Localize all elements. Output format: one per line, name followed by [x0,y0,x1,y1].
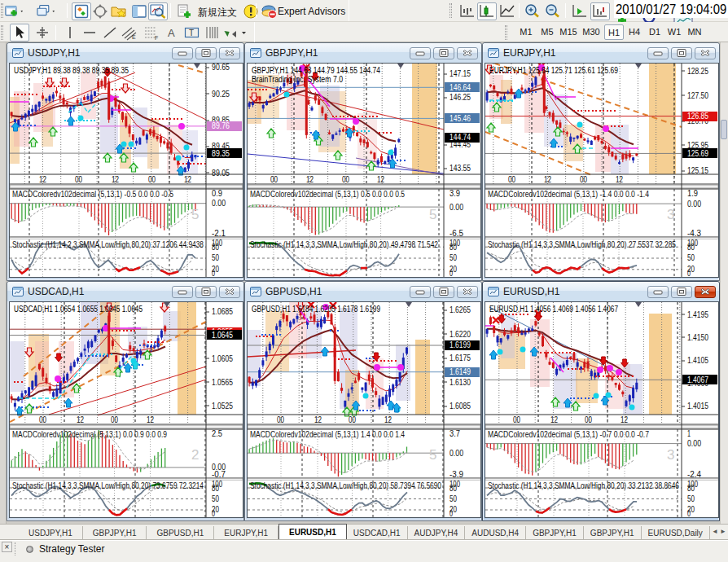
svg-text:-4.3: -4.3 [687,229,701,238]
svg-text:MACDColoredv102decimal (5,13,1: MACDColoredv102decimal (5,13,1) -0.7 0.0… [488,430,649,439]
svg-text:1.4195: 1.4195 [687,310,708,319]
svg-text:50: 50 [212,494,219,503]
svg-text:3.7: 3.7 [450,429,460,438]
svg-text:GBPJPY,H1 144.63 144.79 144.5: GBPJPY,H1 144.63 144.79 144.55 144.74 [252,66,380,75]
svg-text:12: 12 [616,175,623,184]
svg-text:3: 3 [667,447,674,463]
svg-text:2.5: 2.5 [212,429,222,438]
svg-text:1: 1 [687,429,691,438]
svg-text:Stochastic (H1,14,3,3,SMMA,Low: Stochastic (H1,14,3,3,SMMA,Low/High,80,2… [488,240,676,249]
svg-text:1.6265: 1.6265 [450,305,471,314]
svg-text:50: 50 [450,253,457,262]
svg-text:90.65: 90.65 [212,64,230,72]
svg-text:90.25: 90.25 [212,90,230,99]
svg-text:80: 80 [212,243,219,252]
svg-text:USDJPY,H1 89.38 89.38 89.35 8: USDJPY,H1 89.38 89.38 89.35 89.35 [14,66,129,75]
svg-text:00: 00 [148,175,156,184]
svg-text:1.6130: 1.6130 [450,378,471,387]
svg-text:0.9: 0.9 [212,189,222,198]
svg-text:89.05: 89.05 [212,169,230,178]
svg-text:80: 80 [450,484,457,493]
svg-text:89.35: 89.35 [212,149,230,158]
svg-text:12: 12 [314,415,322,424]
svg-text:80: 80 [687,484,695,493]
svg-text:00: 00 [39,415,46,424]
svg-text:1.4150: 1.4150 [687,333,708,342]
svg-text:0: 0 [212,509,215,517]
svg-text:F: F [155,35,158,41]
svg-text:MACDColoredv102decimal (5,13,1: MACDColoredv102decimal (5,13,1) 1.4 0.0 … [250,430,405,439]
svg-text:126.85: 126.85 [687,112,708,121]
svg-text:A: A [168,27,175,39]
svg-text:0.00: 0.00 [687,200,701,209]
svg-text:1.0645: 1.0645 [212,331,233,340]
svg-text:00: 00 [270,175,278,184]
svg-text:MACDColoredv102decimal (5,13,1: MACDColoredv102decimal (5,13,1) -0.5 0.0… [12,190,173,199]
svg-text:1.0605: 1.0605 [212,354,233,363]
svg-text:1.6175: 1.6175 [450,353,471,362]
svg-text:0: 0 [687,269,691,277]
svg-text:00: 00 [111,415,118,424]
svg-text:0: 0 [450,269,453,277]
svg-text:12: 12 [544,175,551,184]
svg-text:00: 00 [580,175,587,184]
svg-text:00: 00 [342,175,349,184]
svg-text:1.0685: 1.0685 [212,307,233,316]
svg-text:80: 80 [450,243,457,252]
svg-text:80: 80 [212,484,219,493]
svg-text:146.64: 146.64 [450,83,471,92]
svg-text:12: 12 [377,175,384,184]
svg-text:3: 3 [667,207,674,222]
svg-text:1.0525: 1.0525 [212,402,233,411]
svg-text:MACDColoredv102decimal (5,13,1: MACDColoredv102decimal (5,13,1) -1.4 0.0… [488,190,649,199]
svg-text:1.4015: 1.4015 [687,402,708,411]
svg-text:50: 50 [687,253,695,262]
svg-text:12: 12 [621,415,628,424]
svg-text:1.6220: 1.6220 [450,330,471,339]
svg-text:00: 00 [585,415,592,424]
svg-text:EURUSD,H1 1.4056 1.4069 1.405: EURUSD,H1 1.4056 1.4069 1.4056 1.4067 [489,305,618,314]
svg-text:-6.5: -6.5 [450,229,463,238]
svg-text:0.00: 0.00 [450,449,463,458]
svg-text:12: 12 [112,175,119,184]
svg-text:12: 12 [147,415,154,424]
svg-text:00: 00 [508,175,515,184]
svg-text:1.6149: 1.6149 [450,367,471,376]
svg-text:1.6085: 1.6085 [450,402,471,411]
svg-text:MACDColoredv102decimal (5,13,1: MACDColoredv102decimal (5,13,1) 0.0 0.9 … [12,430,167,439]
svg-text:12: 12 [384,415,392,424]
svg-text:T: T [189,29,194,37]
svg-text:Stochastic (H1,14,3,3,SMMA,Low: Stochastic (H1,14,3,3,SMMA,Low/High,80,2… [12,481,204,490]
svg-text:Stochastic (H1,14,3,3,SMMA,Low: Stochastic (H1,14,3,3,SMMA,Low/High,80,2… [250,481,441,490]
svg-text:12: 12 [39,175,46,184]
svg-text:12: 12 [306,175,314,184]
svg-text:146.25: 146.25 [450,93,471,102]
svg-text:00: 00 [75,175,82,184]
svg-text:-2.4: -2.4 [687,470,701,479]
svg-text:00: 00 [349,415,356,424]
svg-text:2: 2 [191,447,199,463]
svg-text:12: 12 [184,175,191,184]
svg-text:0.00: 0.00 [212,199,226,208]
svg-text:5: 5 [429,207,436,222]
svg-text:EURJPY,H1 125.64 125.71 125.6: EURJPY,H1 125.64 125.71 125.61 125.69 [489,66,618,75]
svg-text:50: 50 [687,494,695,503]
svg-text:1.4105: 1.4105 [687,356,708,365]
svg-text:0: 0 [450,509,453,517]
svg-text:5: 5 [191,207,199,222]
svg-text:12: 12 [550,415,558,424]
svg-text:50: 50 [450,494,457,503]
svg-text:3.9: 3.9 [450,189,460,198]
svg-text:Stochastic (H1,14,2,3,SMMA,Low: Stochastic (H1,14,2,3,SMMA,Low/High,80,2… [12,240,204,249]
svg-text:5: 5 [429,447,436,463]
svg-text:143.55: 143.55 [450,164,471,173]
svg-text:00: 00 [513,415,520,424]
svg-text:125.15: 125.15 [687,166,708,175]
svg-text:80: 80 [687,243,695,252]
svg-text:0: 0 [687,509,691,517]
svg-text:50: 50 [212,253,219,262]
svg-text:E: E [132,34,136,40]
svg-text:0: 0 [212,269,215,277]
svg-text:-3.9: -3.9 [450,470,463,479]
svg-text:147.15: 147.15 [450,69,471,78]
